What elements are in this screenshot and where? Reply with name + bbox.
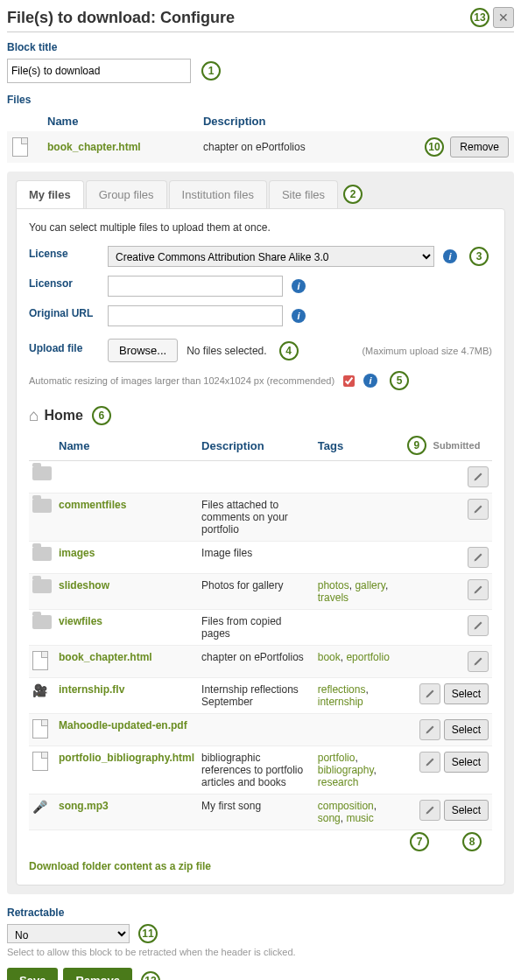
- info-icon[interactable]: i: [292, 279, 306, 293]
- file-name-link[interactable]: internship.flv: [59, 683, 124, 696]
- edit-button[interactable]: [419, 800, 440, 821]
- tag-link[interactable]: travels: [318, 592, 349, 604]
- file-description: Files attached to comments on your portf…: [198, 494, 314, 542]
- pencil-icon: [473, 584, 483, 595]
- selected-name-header: Name: [42, 111, 198, 131]
- file-tags: [314, 461, 400, 494]
- resize-checkbox[interactable]: [343, 375, 355, 387]
- tag-link[interactable]: research: [318, 776, 359, 788]
- tag-link[interactable]: internship: [318, 696, 363, 708]
- pencil-icon: [425, 757, 435, 767]
- edit-button[interactable]: [419, 719, 440, 740]
- file-description: Image files: [198, 542, 314, 574]
- selected-file-name[interactable]: book_chapter.html: [47, 141, 141, 153]
- block-title-input[interactable]: [7, 59, 191, 83]
- edit-button[interactable]: [468, 615, 489, 636]
- edit-button[interactable]: [419, 752, 440, 773]
- annotation-5: 5: [390, 371, 409, 390]
- home-icon: ⌂: [29, 406, 39, 425]
- file-tags: [314, 714, 400, 746]
- file-name-link[interactable]: portfolio_bibliography.html: [59, 752, 194, 764]
- select-button[interactable]: Select: [444, 683, 489, 704]
- table-row: 🎤song.mp3My first songcomposition, song,…: [29, 794, 492, 830]
- edit-button[interactable]: [468, 466, 489, 487]
- edit-button[interactable]: [468, 499, 489, 520]
- file-name-link[interactable]: viewfiles: [59, 615, 102, 627]
- file-description: bibliographic references to portfolio ar…: [198, 746, 314, 794]
- max-upload-text: (Maximum upload size 4.7MB): [362, 346, 492, 356]
- tag-link[interactable]: photos: [318, 579, 349, 592]
- tag-link[interactable]: bibliography: [318, 764, 374, 776]
- pencil-icon: [473, 552, 483, 563]
- tab-group-files[interactable]: Group files: [86, 180, 167, 208]
- tag-link[interactable]: book: [318, 651, 341, 663]
- file-icon: [32, 752, 48, 771]
- file-tags: [314, 610, 400, 646]
- annotation-3: 3: [469, 247, 489, 266]
- upload-status-text: No files selected.: [187, 345, 266, 357]
- file-tags: book, eportfolio: [314, 646, 400, 678]
- edit-button[interactable]: [468, 651, 489, 672]
- file-name-link[interactable]: book_chapter.html: [59, 651, 152, 663]
- close-button[interactable]: ✕: [493, 7, 514, 28]
- folder-icon: [32, 466, 52, 480]
- upload-intro-text: You can select multiple files to upload …: [29, 221, 492, 234]
- licensor-label: Licensor: [29, 277, 99, 290]
- table-row: commentfilesFiles attached to comments o…: [29, 494, 492, 542]
- annotation-2: 2: [343, 185, 363, 204]
- folder-icon: [32, 579, 52, 593]
- folder-icon: [32, 499, 52, 513]
- tag-link[interactable]: gallery: [355, 579, 384, 592]
- file-name-link[interactable]: song.mp3: [59, 800, 109, 812]
- annotation-13: 13: [470, 8, 489, 27]
- tag-link[interactable]: song: [318, 812, 341, 824]
- remove-button[interactable]: Remove: [63, 968, 132, 980]
- save-button[interactable]: Save: [7, 968, 58, 980]
- tag-link[interactable]: eportfolio: [346, 651, 389, 663]
- retractable-select[interactable]: No: [7, 924, 130, 943]
- annotation-9: 9: [407, 436, 426, 455]
- table-row: portfolio_bibliography.htmlbibliographic…: [29, 746, 492, 794]
- browse-button[interactable]: Browse...: [108, 339, 178, 362]
- edit-button[interactable]: [419, 683, 440, 704]
- select-button[interactable]: Select: [444, 752, 489, 773]
- file-name-link[interactable]: images: [59, 547, 95, 559]
- annotation-11: 11: [138, 924, 158, 943]
- upload-file-label: Upload file: [29, 342, 99, 354]
- tag-link[interactable]: composition: [318, 800, 374, 812]
- select-button[interactable]: Select: [444, 719, 489, 740]
- file-desc-header: Description: [198, 430, 314, 461]
- tag-link[interactable]: reflections: [318, 683, 366, 696]
- dialog-title: File(s) to download: Configure: [7, 9, 467, 27]
- tab-site-files[interactable]: Site files: [269, 180, 338, 208]
- file-tags: [314, 542, 400, 574]
- pencil-icon: [473, 620, 483, 631]
- file-name-link[interactable]: commentfiles: [59, 499, 126, 511]
- original-url-label: Original URL: [29, 307, 99, 319]
- select-button[interactable]: Select: [444, 800, 489, 821]
- tag-link[interactable]: music: [346, 812, 373, 824]
- annotation-12: 12: [141, 971, 160, 981]
- info-icon[interactable]: i: [292, 309, 306, 323]
- tab-my-files[interactable]: My files: [16, 180, 84, 208]
- file-name-header: Name: [55, 430, 198, 461]
- original-url-input[interactable]: [108, 305, 283, 326]
- table-row: 🎥internship.flvInternship reflections Se…: [29, 678, 492, 714]
- edit-button[interactable]: [468, 547, 489, 568]
- info-icon[interactable]: i: [363, 374, 377, 388]
- download-zip-link[interactable]: Download folder content as a zip file: [29, 860, 211, 872]
- file-name-link[interactable]: Mahoodle-updated-en.pdf: [59, 719, 187, 732]
- annotation-6: 6: [92, 406, 111, 425]
- licensor-input[interactable]: [108, 276, 283, 297]
- file-name-link[interactable]: slideshow: [59, 579, 109, 592]
- file-description: My first song: [198, 794, 314, 830]
- info-icon[interactable]: i: [443, 249, 457, 263]
- close-icon: ✕: [498, 10, 509, 24]
- tab-institution-files[interactable]: Institution files: [169, 180, 267, 208]
- resize-note-text: Automatic resizing of images larger than…: [29, 375, 334, 386]
- remove-selected-button[interactable]: Remove: [450, 136, 509, 158]
- annotation-10: 10: [425, 137, 444, 157]
- edit-button[interactable]: [468, 579, 489, 600]
- tag-link[interactable]: portfolio: [318, 752, 356, 764]
- license-select[interactable]: Creative Commons Attribution Share Alike…: [108, 246, 434, 267]
